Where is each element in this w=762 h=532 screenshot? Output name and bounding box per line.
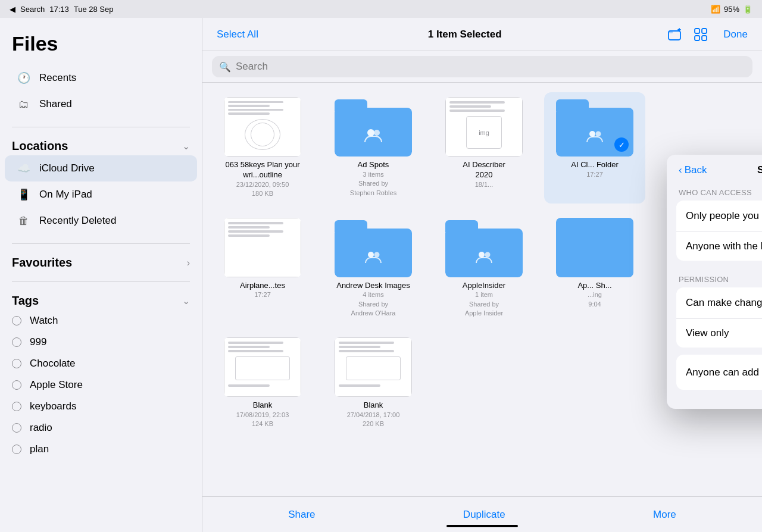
- tag-keyboards[interactable]: keyboards: [0, 396, 202, 417]
- shared-label: Shared: [39, 98, 72, 110]
- doc-line: [228, 101, 283, 103]
- tags-title: Tags: [12, 294, 39, 308]
- permission-option-changes[interactable]: Can make changes ✓: [676, 287, 762, 318]
- file-thumb-doc3: img: [445, 97, 523, 157]
- file-item-blank1[interactable]: Blank 17/08/2019, 22:03124 KB: [212, 333, 313, 434]
- grid-icon[interactable]: [692, 26, 709, 43]
- toolbar: Select All 1 Item Selected: [202, 18, 762, 51]
- tag-apple-store-label: Apple Store: [30, 379, 83, 391]
- file-item-partial[interactable]: Ap... Sh... ...ing9:04: [544, 213, 645, 323]
- file-item-doc3[interactable]: img AI Describer2020 18/1...: [433, 92, 535, 204]
- file-thumb-andrewdesk: [335, 218, 412, 277]
- file-meta-adspots: 3 itemsShared byStephen Robles: [350, 170, 396, 198]
- svg-rect-5: [702, 29, 707, 33]
- more-button[interactable]: More: [653, 509, 676, 521]
- new-folder-icon[interactable]: [666, 26, 683, 43]
- search-input[interactable]: [236, 61, 745, 73]
- locations-title: Locations: [12, 139, 68, 153]
- folder-body: [335, 108, 412, 157]
- file-name-appleinsider: AppleInsider: [463, 281, 505, 291]
- svg-rect-6: [695, 36, 699, 40]
- favourites-chevron-icon: ›: [187, 258, 190, 268]
- svg-point-12: [368, 252, 374, 258]
- doc-line: [228, 105, 270, 107]
- access-link-label: Anyone with the link: [686, 240, 762, 252]
- share-panel-bottom-space: [667, 397, 762, 409]
- permission-option-view[interactable]: View only: [676, 318, 762, 348]
- access-option-link[interactable]: Anyone with the link: [676, 231, 762, 261]
- tag-999[interactable]: 999: [0, 331, 202, 353]
- doc-line: [228, 342, 283, 344]
- file-item-doc5[interactable]: Airplane...tes 17:27: [212, 213, 313, 323]
- file-thumb-blank2: [335, 337, 412, 397]
- file-meta-doc3: 18/1...: [475, 180, 494, 189]
- doc-line: [449, 109, 505, 112]
- duplicate-button[interactable]: Duplicate: [463, 509, 505, 521]
- doc-line: [339, 350, 394, 352]
- file-name-doc5: Airplane...tes: [240, 281, 285, 291]
- favourites-header[interactable]: Favourites ›: [0, 249, 202, 272]
- tag-watch-circle: [12, 316, 21, 326]
- file-name-selected: AI Cl... Folder: [571, 160, 618, 170]
- file-thumb-doc1: [224, 97, 301, 157]
- search-input-wrap[interactable]: 🔍: [212, 56, 752, 77]
- file-item-blank2[interactable]: Blank 27/04/2018, 17:00220 KB: [323, 333, 424, 434]
- select-all-button[interactable]: Select All: [212, 26, 263, 43]
- file-name-blank2: Blank: [364, 400, 383, 411]
- sidebar: Files 🕐 Recents 🗂 Shared Locations ⌄ ☁️ …: [0, 18, 202, 532]
- file-thumb-doc5: [224, 218, 301, 277]
- doc-line: [228, 350, 283, 352]
- ipad-label: On My iPad: [39, 189, 92, 201]
- tag-999-circle: [12, 337, 21, 347]
- svg-point-11: [596, 132, 601, 137]
- recents-icon: 🕐: [17, 71, 31, 85]
- tag-chocolate[interactable]: Chocolate: [0, 353, 202, 374]
- sidebar-item-recently-deleted[interactable]: 🗑 Recently Deleted: [5, 208, 197, 234]
- file-name-doc3: AI Describer2020: [463, 160, 505, 180]
- tags-chevron-icon: ⌄: [182, 295, 190, 306]
- doc-line: [228, 384, 270, 387]
- svg-point-13: [374, 252, 380, 257]
- battery-label: 95%: [724, 5, 739, 14]
- tag-apple-store[interactable]: Apple Store: [0, 374, 202, 396]
- folder-body: ✓: [556, 108, 633, 157]
- file-thumb-appleinsider: [445, 218, 523, 277]
- divider-2: [12, 243, 190, 244]
- tag-watch-label: Watch: [30, 315, 58, 327]
- file-name-andrewdesk: Andrew Desk Images: [336, 281, 410, 291]
- file-item-adspots[interactable]: Ad Spots 3 itemsShared byStephen Robles: [323, 92, 424, 204]
- file-item-doc1[interactable]: 063 58keys Plan your wri...outline 23/12…: [212, 92, 313, 204]
- icloud-icon: ☁️: [17, 161, 31, 176]
- favourites-title: Favourites: [12, 256, 72, 270]
- done-button[interactable]: Done: [719, 26, 752, 43]
- file-item-selected-folder[interactable]: ✓ AI Cl... Folder 17:27: [544, 92, 645, 204]
- tag-apple-store-circle: [12, 380, 21, 390]
- selection-count: 1 Item Selected: [428, 29, 502, 40]
- sidebar-item-recents[interactable]: 🕐 Recents: [5, 65, 197, 91]
- tag-radio[interactable]: radio: [0, 417, 202, 439]
- share-button[interactable]: Share: [288, 509, 315, 521]
- tag-watch[interactable]: Watch: [0, 310, 202, 331]
- back-label: Back: [685, 164, 707, 176]
- file-item-appleinsider[interactable]: AppleInsider 1 itemShared byApple Inside…: [433, 213, 535, 323]
- trash-icon: 🗑: [17, 214, 31, 228]
- sidebar-item-ipad[interactable]: 📱 On My iPad: [5, 181, 197, 208]
- access-option-invite-only[interactable]: Only people you invite ✓: [676, 201, 762, 231]
- tag-plan[interactable]: plan: [0, 439, 202, 460]
- sidebar-nav-section: 🕐 Recents 🗂 Shared: [0, 65, 202, 117]
- sidebar-item-icloud[interactable]: ☁️ iCloud Drive: [5, 155, 197, 181]
- file-meta-doc1: 23/12/2020, 09:50180 KB: [236, 180, 289, 199]
- doc-line: [228, 222, 283, 224]
- tag-chocolate-label: Chocolate: [30, 358, 76, 370]
- doc-line: [228, 346, 270, 348]
- status-date: Tue 28 Sep: [74, 5, 114, 14]
- doc-line: [449, 101, 505, 104]
- file-name-adspots: Ad Spots: [358, 160, 389, 170]
- share-back-button[interactable]: ‹ Back: [679, 164, 707, 176]
- sidebar-item-shared[interactable]: 🗂 Shared: [5, 91, 197, 117]
- folder-shared-icon: [365, 250, 382, 268]
- permission-options-list: Can make changes ✓ View only: [676, 287, 762, 348]
- who-can-access-header: WHO CAN ACCESS: [667, 181, 762, 201]
- file-item-andrewdesk[interactable]: Andrew Desk Images 4 itemsShared byAndre…: [323, 213, 424, 323]
- file-meta-partial: ...ing9:04: [588, 290, 602, 309]
